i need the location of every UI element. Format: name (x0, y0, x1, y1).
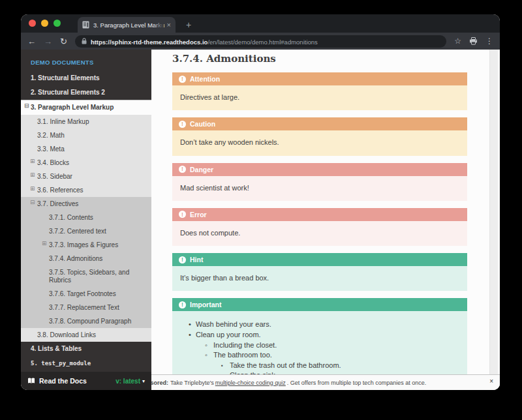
sidebar-item[interactable]: 3.7.7. Replacement Text (21, 301, 151, 314)
admonition-text: Don’t take any wooden nickels. (180, 138, 279, 146)
sidebar-item[interactable]: 2. Structural Elements 2 (21, 85, 151, 100)
sidebar-item[interactable]: 3.7.4. Admonitions (21, 252, 151, 265)
sidebar-item[interactable]: 3.2. Math (21, 128, 151, 142)
close-window-button[interactable] (29, 20, 36, 27)
sidebar-item[interactable]: 3.7.5. Topics, Sidebars, and Rubrics (21, 265, 151, 287)
tab-close-icon[interactable]: × (167, 22, 171, 29)
expand-icon[interactable]: ⊞ (30, 186, 35, 192)
new-tab-button[interactable]: + (186, 20, 191, 29)
sidebar-item[interactable]: 5. test_py_module (21, 356, 151, 370)
url-path: /en/latest/demo/demo.html#admonitions (207, 38, 317, 46)
version-badge[interactable]: v: latest (115, 378, 140, 385)
back-icon[interactable]: ← (27, 37, 36, 46)
admonition-title-bar: !Caution (172, 117, 467, 130)
sidebar-item[interactable]: 3.1. Inline Markup (21, 115, 151, 128)
admonition-caution: !CautionDon’t take any wooden nickels. (172, 117, 467, 155)
sidebar-item[interactable]: 3.3. Meta (21, 142, 151, 156)
ad-link[interactable]: multiple-choice coding quiz (215, 380, 286, 386)
page-title: 3.7.4. Admonitions (172, 53, 500, 65)
version-caret-icon[interactable]: ▾ (142, 378, 145, 384)
list-item: Take the trash out of the bathroom. (180, 361, 459, 371)
refresh-icon[interactable]: ↻ (60, 37, 67, 46)
exclamation-circle-icon: ! (179, 76, 186, 83)
sidebar-item[interactable]: 4. Lists & Tables (21, 342, 151, 356)
sidebar-item[interactable]: ⊞3.7.3. Images & Figures (21, 238, 151, 252)
bookmark-star-icon[interactable]: ☆ (454, 37, 461, 45)
readthedocs-favicon (82, 21, 89, 29)
ad-text-before: Take Triplebyte's (170, 380, 214, 386)
sidebar-item-label: 3.5. Sidebar (37, 173, 72, 180)
admonition-text: Mad scientist at work! (180, 184, 249, 192)
book-icon (27, 378, 35, 384)
browser-tab[interactable]: 3. Paragraph Level Markup — R × (78, 17, 176, 33)
exclamation-circle-icon: ! (179, 121, 186, 128)
sidebar-item-label: 3.7.5. Topics, Sidebars, and Rubrics (49, 269, 129, 284)
sidebar-item-label: 3.7.6. Target Footnotes (49, 290, 116, 297)
admonition-title: Important (190, 301, 221, 308)
sidebar-item-label: 3.8. Download Links (37, 331, 96, 338)
ad-close-icon[interactable]: × (489, 378, 493, 385)
admonition-hint: !HintIt’s bigger than a bread box. (172, 253, 467, 291)
list-item: Clean up your room. (180, 330, 459, 340)
list-item: Including the closet. (180, 340, 459, 351)
sidebar-item-label: 3.2. Math (37, 132, 65, 139)
sidebar-item[interactable]: 1. Structural Elements (21, 71, 151, 85)
exclamation-circle-icon: ! (179, 301, 186, 308)
vertical-scrollbar[interactable] (489, 50, 498, 390)
expand-icon[interactable]: ⊞ (30, 158, 35, 164)
list-item: Wash behind your ears. (180, 320, 459, 330)
main-content: 3.7.4. Admonitions !AttentionDirectives … (151, 50, 500, 390)
sidebar-item-label: 3.1. Inline Markup (37, 118, 89, 125)
sidebar-item[interactable]: ⊞3.6. References (21, 183, 151, 197)
traffic-lights (21, 20, 69, 33)
sidebar-item[interactable]: ⊞3.5. Sidebar (21, 170, 151, 183)
ad-text-after: . Get offers from multiple top tech comp… (287, 380, 426, 386)
admonition-body: Directives at large. (172, 85, 467, 110)
lock-icon[interactable] (82, 38, 87, 44)
forward-icon[interactable]: → (44, 37, 52, 46)
expand-icon[interactable]: ⊞ (42, 241, 47, 247)
sidebar-item[interactable]: ⊟3. Paragraph Level Markup (21, 100, 151, 115)
admonition-body: Does not compute. (172, 221, 467, 246)
admonition-attention: !AttentionDirectives at large. (172, 72, 467, 110)
sidebar-item[interactable]: ⊟3.7. Directives (21, 197, 151, 211)
sidebar-item-label: 3.7.1. Contents (49, 214, 93, 221)
admonition-text: Does not compute. (180, 229, 240, 237)
admonition-title-bar: !Danger (172, 163, 467, 176)
admonitions-section: !AttentionDirectives at large.!CautionDo… (172, 72, 500, 390)
zoom-window-button[interactable] (54, 20, 61, 27)
sidebar-item-label: 3. Paragraph Level Markup (31, 104, 114, 111)
sidebar-item-label: 3.7.3. Images & Figures (49, 241, 118, 248)
admonition-text: It’s bigger than a bread box. (180, 274, 269, 282)
sidebar-item-label: 3.7. Directives (37, 200, 78, 207)
admonition-body: It’s bigger than a bread box. (172, 266, 467, 291)
sidebar-item-label: 3.3. Meta (37, 145, 65, 153)
admonition-title-bar: !Attention (172, 72, 467, 85)
minimize-window-button[interactable] (41, 20, 48, 27)
collapse-icon[interactable]: ⊟ (24, 103, 29, 109)
sidebar-item-label: 3.6. References (37, 187, 84, 194)
tab-bar: 3. Paragraph Level Markup — R × + (21, 14, 500, 33)
menu-dots-icon[interactable]: ⋮ (485, 37, 493, 46)
admonition-body: Don’t take any wooden nickels. (172, 130, 467, 155)
collapse-icon[interactable]: ⊟ (30, 200, 35, 205)
address-bar[interactable]: https://sphinx-rtd-theme.readthedocs.io/… (75, 35, 446, 48)
list-item: The bathroom too. (180, 350, 459, 361)
sidebar-item-label: 3.4. Blocks (37, 159, 69, 166)
sidebar-item[interactable]: 3.7.6. Target Footnotes (21, 287, 151, 301)
page-body: DEMO DOCUMENTS 1. Structural Elements2. … (21, 50, 500, 390)
admonition-title: Caution (190, 120, 215, 128)
sidebar-item-label: 2. Structural Elements 2 (31, 89, 105, 96)
printer-icon[interactable] (469, 37, 478, 45)
sidebar-item[interactable]: ⊞3.4. Blocks (21, 156, 151, 170)
readthedocs-footer[interactable]: Read the Docs v: latest ▾ (21, 372, 151, 390)
url-host: https://sphinx-rtd-theme.readthedocs.io (91, 38, 207, 46)
sidebar-item-label: 4. Lists & Tables (31, 345, 82, 352)
sidebar-item[interactable]: 3.7.8. Compound Paragraph (21, 314, 151, 328)
expand-icon[interactable]: ⊞ (30, 172, 35, 178)
sidebar-item[interactable]: 3.7.2. Centered text (21, 224, 151, 238)
sidebar: DEMO DOCUMENTS 1. Structural Elements2. … (21, 50, 151, 390)
sidebar-item[interactable]: 3.7.1. Contents (21, 211, 151, 224)
sidebar-item[interactable]: 3.8. Download Links (21, 328, 151, 342)
admonition-title: Danger (190, 166, 213, 173)
